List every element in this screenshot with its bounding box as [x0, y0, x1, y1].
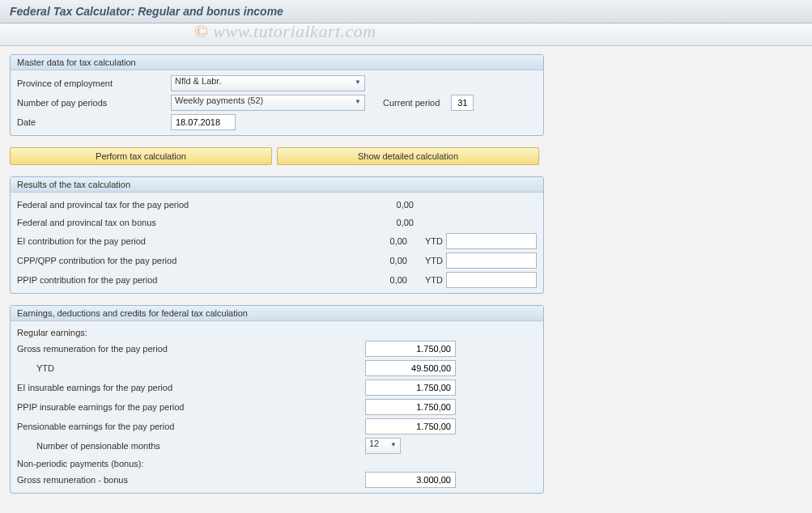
gross-remuneration-input[interactable]	[365, 341, 456, 357]
ei-insurable-label: EI insurable earnings for the pay period	[17, 383, 365, 392]
result-value: 0,00	[365, 200, 414, 210]
results-panel: Results of the tax calculation Federal a…	[10, 176, 544, 294]
ytd-label: YTD	[425, 256, 443, 265]
cpp-ytd-input[interactable]	[446, 252, 537, 269]
show-detailed-button[interactable]: Show detailed calculation	[277, 147, 539, 165]
result-value: 0,00	[359, 275, 407, 285]
perform-calculation-button[interactable]: Perform tax calculation	[10, 147, 272, 165]
current-period-input[interactable]	[451, 95, 474, 111]
ppip-insurable-label: PPIP insurable earnings for the pay peri…	[17, 402, 365, 412]
regular-earnings-header: Regular earnings:	[11, 324, 543, 339]
content-area: Master data for tax calculation Province…	[0, 46, 812, 513]
result-label: PPIP contribution for the pay period	[17, 275, 359, 285]
page-title: Federal Tax Calculator: Regular and bonu…	[0, 0, 812, 23]
province-label: Province of employment	[17, 78, 171, 88]
earnings-header: Earnings, deductions and credits for fed…	[11, 306, 543, 321]
master-data-header: Master data for tax calculation	[11, 55, 543, 70]
current-period-label: Current period	[383, 98, 440, 108]
pensionable-months-select[interactable]: 12	[365, 438, 401, 454]
ytd-label: YTD	[425, 275, 443, 285]
result-value: 0,00	[359, 256, 407, 265]
result-label: Federal and provincal tax on bonus	[17, 218, 365, 227]
pensionable-input[interactable]	[365, 418, 456, 435]
result-value: 0,00	[365, 218, 414, 227]
result-value: 0,00	[359, 236, 407, 246]
action-buttons: Perform tax calculation Show detailed ca…	[10, 147, 802, 165]
pay-periods-select[interactable]: Weekly payments (52)	[171, 95, 365, 111]
date-input[interactable]	[171, 114, 236, 130]
toolbar	[0, 23, 812, 46]
ppip-insurable-input[interactable]	[365, 399, 456, 415]
nonperiodic-header: Non-periodic payments (bonus):	[11, 456, 543, 470]
pay-periods-label: Number of pay periods	[17, 98, 171, 108]
result-label: Federal and provincal tax for the pay pe…	[17, 200, 365, 210]
gross-ytd-input[interactable]	[365, 360, 456, 376]
result-label: CPP/QPP contribution for the pay period	[17, 256, 359, 265]
gross-ytd-label: YTD	[17, 363, 365, 373]
bonus-input[interactable]	[365, 472, 456, 488]
bonus-label: Gross remuneration - bonus	[17, 475, 365, 485]
pensionable-months-label: Number of pensionable months	[17, 441, 365, 451]
master-data-panel: Master data for tax calculation Province…	[10, 54, 544, 136]
ei-ytd-input[interactable]	[446, 233, 537, 249]
date-label: Date	[17, 117, 171, 127]
ei-insurable-input[interactable]	[365, 379, 456, 396]
gross-remuneration-label: Gross remuneration for the pay period	[17, 344, 365, 354]
results-header: Results of the tax calculation	[11, 177, 543, 193]
earnings-panel: Earnings, deductions and credits for fed…	[10, 305, 544, 494]
province-select[interactable]: Nfld & Labr.	[171, 75, 365, 91]
ppip-ytd-input[interactable]	[446, 272, 537, 288]
pensionable-label: Pensionable earnings for the pay period	[17, 422, 365, 431]
ytd-label: YTD	[425, 236, 443, 246]
result-label: EI contribution for the pay period	[17, 236, 359, 246]
